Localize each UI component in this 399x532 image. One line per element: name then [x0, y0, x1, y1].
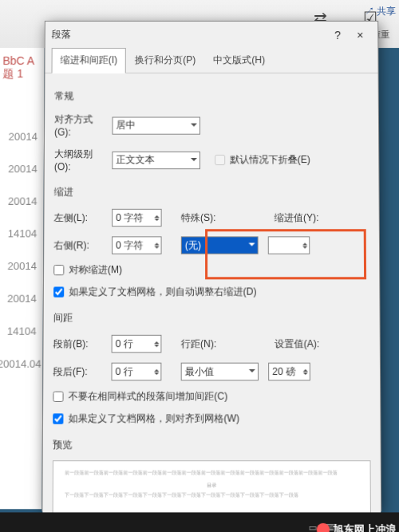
at-label: 设置值(A):: [275, 337, 323, 350]
outline-level-combo[interactable]: 正文文本: [112, 151, 200, 168]
auto-adjust-indent-checkbox[interactable]: [53, 287, 64, 298]
mirror-indent-checkbox[interactable]: [53, 265, 64, 275]
indent-by-input[interactable]: [268, 236, 310, 254]
no-space-same-style-checkbox[interactable]: [53, 392, 63, 402]
dialog-body: 常规 对齐方式(G): 居中 大纲级别(O): 正文文本 默认情况下折叠(E) …: [42, 73, 381, 532]
space-after-input[interactable]: 0 行: [111, 363, 161, 381]
indent-right-input[interactable]: 0 字符: [112, 236, 162, 254]
snap-to-grid-label: 如果定义了文档网格，则对齐到网格(W): [68, 412, 239, 426]
watermark: 旭东网上冲浪: [317, 522, 397, 532]
alignment-combo[interactable]: 居中: [112, 116, 200, 134]
section-spacing: 间距: [53, 311, 370, 325]
mirror-indent-label: 对称缩进(M): [69, 263, 122, 277]
space-before-label: 段前(B):: [53, 337, 107, 350]
collapse-label: 默认情况下折叠(E): [230, 153, 310, 167]
tab-indent-spacing[interactable]: 缩进和间距(I): [52, 48, 127, 73]
paragraph-dialog: 段落 ? × 缩进和间距(I) 换行和分页(P) 中文版式(H) 常规 对齐方式…: [41, 21, 381, 511]
indent-right-label: 右侧(R):: [53, 238, 107, 252]
document-background: 20014 20014 20014 14104 20014 20014 1410…: [0, 120, 41, 510]
special-indent-combo[interactable]: (无): [181, 236, 259, 254]
line-spacing-combo[interactable]: 最小值: [181, 363, 259, 381]
share-button[interactable]: ↗ 共享: [365, 5, 396, 18]
section-general: 常规: [54, 89, 368, 103]
help-button[interactable]: ?: [326, 29, 349, 41]
tab-strip: 缩进和间距(I) 换行和分页(P) 中文版式(H): [45, 48, 377, 73]
tab-chinese-typography[interactable]: 中文版式(H): [204, 48, 274, 73]
collapse-checkbox: [215, 155, 225, 165]
section-preview: 预览: [53, 438, 370, 452]
indent-left-label: 左侧(L):: [54, 211, 108, 224]
outline-label: 大纲级别(O):: [54, 148, 108, 172]
snap-to-grid-checkbox[interactable]: [53, 413, 63, 424]
section-indent: 缩进: [54, 185, 369, 199]
no-space-same-style-label: 不要在相同样式的段落间增加间距(C): [69, 390, 228, 404]
close-button[interactable]: ×: [349, 29, 371, 41]
indent-left-input[interactable]: 0 字符: [112, 209, 162, 227]
tray-icon[interactable]: ▭: [309, 522, 317, 532]
space-after-label: 段后(F):: [53, 365, 106, 378]
special-label: 特殊(S):: [181, 211, 229, 224]
line-spacing-at-input[interactable]: 20 磅: [268, 363, 310, 381]
indent-by-label: 缩进值(Y):: [275, 211, 323, 224]
auto-adjust-indent-label: 如果定义了文档网格，则自动调整右缩进(D): [69, 285, 256, 298]
line-spacing-label: 行距(N):: [181, 337, 230, 350]
titlebar: 段落 ? ×: [45, 22, 378, 48]
align-label: 对齐方式(G):: [54, 112, 107, 137]
space-before-input[interactable]: 0 行: [112, 335, 162, 353]
dialog-title: 段落: [52, 28, 327, 41]
tab-line-page-breaks[interactable]: 换行和分页(P): [126, 48, 204, 73]
